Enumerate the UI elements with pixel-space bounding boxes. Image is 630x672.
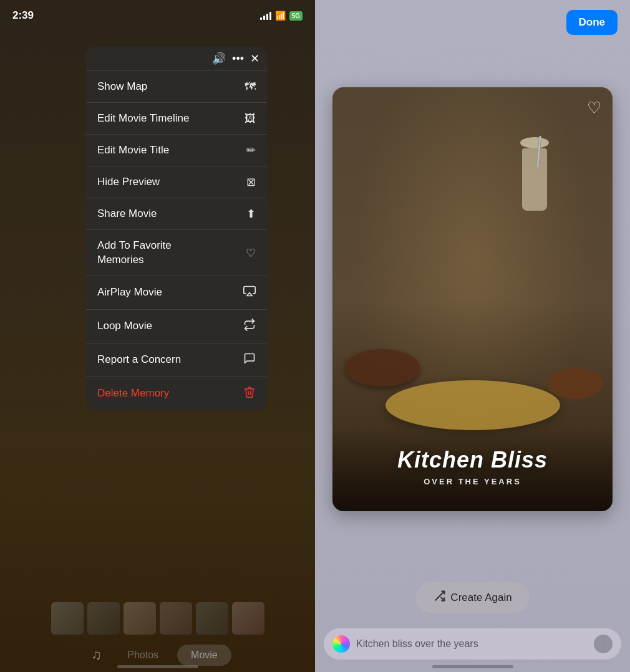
menu-item-airplay[interactable]: AirPlay Movie xyxy=(86,276,267,309)
share-icon: ⬆ xyxy=(246,207,256,221)
wifi-icon: 📶 xyxy=(275,11,286,21)
input-text[interactable]: Kitchen bliss over the years xyxy=(356,638,588,650)
trash-icon xyxy=(243,386,256,401)
svg-marker-0 xyxy=(247,292,252,295)
memory-title-sub: OVER THE YEARS xyxy=(345,477,600,486)
status-icons: 📶 5G xyxy=(260,11,303,21)
menu-item-loop[interactable]: Loop Movie xyxy=(86,309,267,343)
menu-item-hide-preview[interactable]: Hide Preview ⊠ xyxy=(86,166,267,198)
menu-item-delete[interactable]: Delete Memory xyxy=(86,377,267,410)
menu-item-favorite-label: Add To Favorite Memories xyxy=(97,239,172,266)
bowl-left-decoration xyxy=(345,349,420,386)
menu-item-edit-title-label: Edit Movie Title xyxy=(97,143,169,157)
menu-item-edit-title[interactable]: Edit Movie Title ✏ xyxy=(86,134,267,166)
right-panel: Done ♡ Kitchen Bliss xyxy=(315,0,630,672)
loop-icon xyxy=(243,319,256,334)
menu-item-hide-preview-label: Hide Preview xyxy=(97,175,160,189)
left-panel: 2:39 📶 5G 🔊 ••• ✕ Show Map 🗺 Edit Movie … xyxy=(0,0,315,672)
menu-item-share-movie-label: Share Movie xyxy=(97,207,157,221)
report-icon xyxy=(243,352,256,368)
menu-item-airplay-label: AirPlay Movie xyxy=(97,286,162,299)
close-icon[interactable]: ✕ xyxy=(250,52,259,65)
home-indicator-right xyxy=(432,665,513,668)
send-button[interactable]: ↑ xyxy=(594,635,613,653)
menu-item-show-map[interactable]: Show Map 🗺 xyxy=(86,70,267,102)
airplay-icon xyxy=(243,285,256,300)
create-again-button[interactable]: Create Again xyxy=(415,582,529,613)
menu-item-loop-label: Loop Movie xyxy=(97,319,152,333)
dropdown-menu: 🔊 ••• ✕ Show Map 🗺 Edit Movie Timeline 🖼… xyxy=(86,47,267,410)
signal-bars-icon xyxy=(260,11,271,20)
bottom-input-bar: Kitchen bliss over the years ↑ xyxy=(324,628,621,660)
menu-item-delete-label: Delete Memory xyxy=(97,386,169,400)
status-time: 2:39 xyxy=(12,9,34,22)
speaker-icon[interactable]: 🔊 xyxy=(212,52,226,65)
hide-icon: ⊠ xyxy=(246,175,256,189)
memory-title-overlay: Kitchen Bliss OVER THE YEARS xyxy=(332,428,613,511)
menu-header: 🔊 ••• ✕ xyxy=(86,47,267,70)
battery-badge: 5G xyxy=(289,11,303,21)
map-icon: 🗺 xyxy=(245,80,256,94)
bowl-right-decoration xyxy=(547,368,603,399)
siri-icon xyxy=(332,635,350,653)
done-button[interactable]: Done xyxy=(566,10,618,35)
memory-title-main: Kitchen Bliss xyxy=(345,447,600,473)
menu-item-edit-timeline-label: Edit Movie Timeline xyxy=(97,112,189,125)
menu-item-report[interactable]: Report a Concern xyxy=(86,343,267,377)
card-heart-button[interactable]: ♡ xyxy=(587,98,601,118)
menu-item-edit-timeline[interactable]: Edit Movie Timeline 🖼 xyxy=(86,102,267,134)
create-again-label: Create Again xyxy=(450,592,511,604)
milkshake-decoration xyxy=(519,137,550,218)
memory-card: ♡ Kitchen Bliss OVER THE YEARS xyxy=(332,87,613,511)
menu-item-show-map-label: Show Map xyxy=(97,80,147,94)
menu-item-share-movie[interactable]: Share Movie ⬆ xyxy=(86,198,267,229)
more-icon[interactable]: ••• xyxy=(232,52,244,65)
bowl-center-decoration xyxy=(385,380,560,430)
pencil-icon: ✏ xyxy=(246,143,256,157)
timeline-icon: 🖼 xyxy=(245,112,256,125)
heart-icon: ♡ xyxy=(246,246,256,260)
status-bar: 2:39 📶 5G xyxy=(0,0,315,31)
menu-item-favorite[interactable]: Add To Favorite Memories ♡ xyxy=(86,229,267,275)
shuffle-icon xyxy=(433,590,445,605)
menu-item-report-label: Report a Concern xyxy=(97,353,181,367)
